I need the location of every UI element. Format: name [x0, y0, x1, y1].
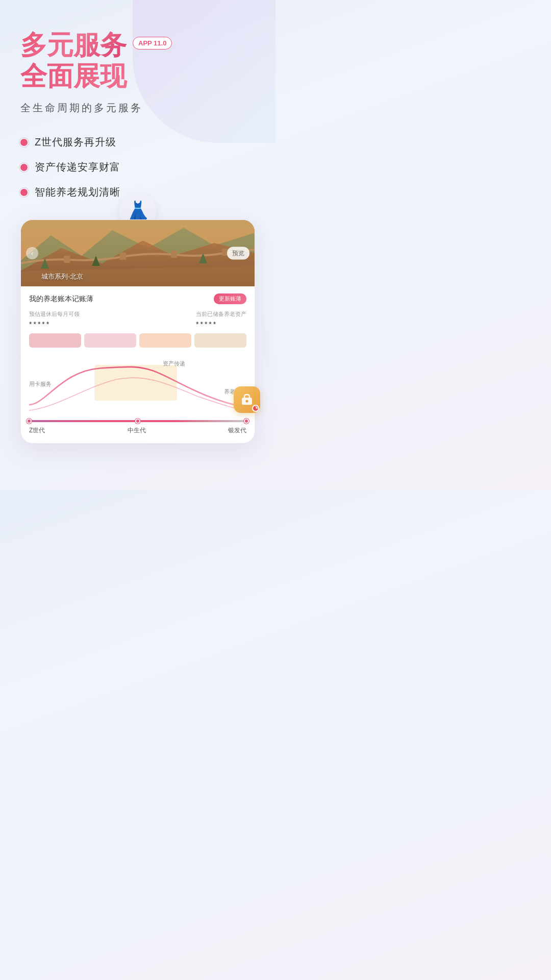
timeline-label-z: Z世代	[29, 426, 45, 435]
svg-rect-5	[171, 251, 177, 258]
timeline-dot-silver	[244, 419, 249, 424]
timeline-label-silver: 银发代	[228, 426, 246, 435]
timeline-bar	[29, 420, 246, 422]
lifecycle-section: 用卡服务 资产传递 养老账本	[21, 352, 255, 443]
timeline-container: Z世代 中生代 银发代	[29, 420, 246, 435]
bag-icon	[240, 393, 254, 407]
svg-rect-3	[64, 256, 70, 263]
lifecycle-curve	[29, 360, 246, 416]
app-card: ‹ 预览 城市系列-北京 我的养老账本记账薄 更新账薄 预估退休后每月可领 **…	[20, 219, 255, 444]
timeline-labels: Z世代 中生代 银发代	[29, 426, 246, 435]
stat-monthly-value: *****	[29, 320, 80, 328]
feature-dot-2	[20, 164, 28, 171]
update-badge[interactable]: 更新账薄	[214, 293, 246, 304]
feature-text-3: 智能养老规划清晰	[35, 185, 120, 199]
banner-image: ‹ 预览 城市系列-北京	[21, 220, 255, 286]
timeline-dot-z	[27, 419, 32, 424]
stat-bar-group	[29, 333, 246, 348]
feature-text-1: Z世代服务再升级	[35, 135, 116, 149]
main-title-line2: 全面展现	[20, 62, 255, 91]
stat-reserve: 当前已储备养老资产 *****	[196, 310, 246, 328]
header-section: 多元服务 APP 11.0 全面展现 全生命周期的多元服务	[20, 31, 255, 115]
timeline-dot-mid	[135, 419, 140, 424]
svg-marker-13	[256, 407, 257, 409]
feature-dot-1	[20, 139, 28, 146]
account-stats: 预估退休后每月可领 ***** 当前已储备养老资产 *****	[29, 310, 246, 328]
stat-bar-4	[194, 333, 246, 348]
stat-monthly-label: 预估退休后每月可领	[29, 310, 80, 318]
svg-point-12	[246, 400, 248, 403]
stat-bar-2	[84, 333, 136, 348]
stat-reserve-label: 当前已储备养老资产	[196, 310, 246, 318]
version-badge: APP 11.0	[133, 37, 172, 50]
bag-notification-dot	[252, 405, 259, 412]
app-mockup: 👗	[20, 219, 255, 444]
feature-dot-3	[20, 189, 28, 196]
account-section: 我的养老账本记账薄 更新账薄 预估退休后每月可领 ***** 当前已储备养老资产…	[21, 286, 255, 352]
svg-rect-4	[120, 253, 126, 260]
feature-item-1: Z世代服务再升级	[20, 135, 255, 149]
account-header: 我的养老账本记账薄 更新账薄	[29, 293, 246, 304]
banner-prev-button[interactable]: ‹	[26, 247, 38, 259]
banner-preview-button[interactable]: 预览	[227, 247, 249, 260]
chevron-left-icon: ‹	[31, 249, 34, 257]
stat-monthly: 预估退休后每月可领 *****	[29, 310, 80, 328]
feature-text-2: 资产传递安享财富	[35, 160, 120, 174]
lifecycle-chart: 用卡服务 资产传递 养老账本	[29, 360, 246, 416]
banner-city-label: 城市系列-北京	[41, 272, 83, 281]
main-title-line1: 多元服务	[20, 31, 127, 60]
account-title: 我的养老账本记账薄	[29, 295, 93, 304]
title-row: 多元服务 APP 11.0	[20, 31, 255, 60]
feature-item-2: 资产传递安享财富	[20, 160, 255, 174]
feature-list: Z世代服务再升级 资产传递安享财富 智能养老规划清晰	[20, 135, 255, 199]
refresh-icon	[254, 406, 258, 410]
stat-bar-1	[29, 333, 81, 348]
subtitle: 全生命周期的多元服务	[20, 101, 255, 115]
timeline-label-mid: 中生代	[128, 426, 146, 435]
bag-icon-bubble	[234, 386, 260, 413]
stat-bar-3	[139, 333, 191, 348]
stat-reserve-value: *****	[196, 320, 246, 328]
